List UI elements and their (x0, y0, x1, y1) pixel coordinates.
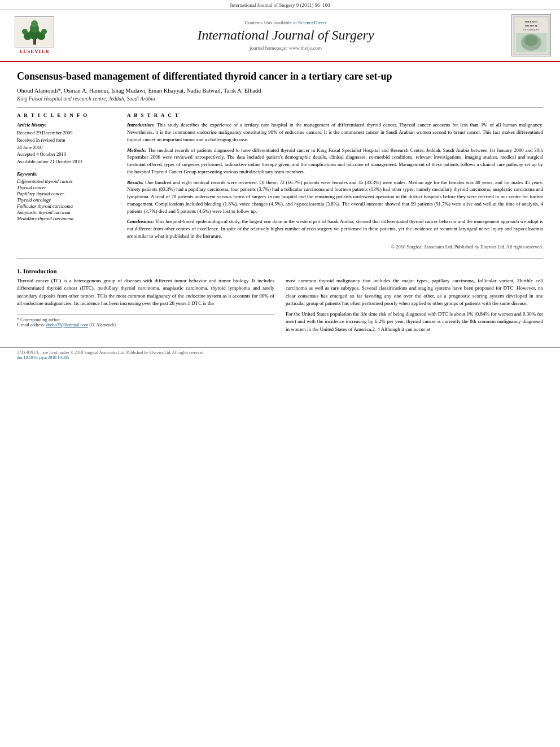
introduction-right-text: most common thyroid malignancy that incl… (286, 277, 543, 334)
available-text: Available online 21 October 2010 (17, 159, 82, 164)
elsevier-brand-text: ELSEVIER (19, 49, 50, 54)
keyword-item: Medullary thyroid carcinoma (17, 216, 116, 221)
journal-reference-text: International Journal of Surgery 9 (2011… (230, 2, 330, 8)
svg-point-6 (41, 29, 47, 34)
abstract-results-text: One hundred and eight medical records we… (127, 180, 543, 214)
abstract-methods-label: Methods: (127, 147, 146, 153)
abstract-methods-text: The medical records of patients diagnose… (127, 147, 543, 174)
journal-header: ELSEVIER Contents lists available at Sci… (0, 10, 560, 62)
abstract-text: Introduction: This study describes the e… (127, 121, 543, 250)
sciencedirect-link[interactable]: ScienceDirect (298, 20, 326, 25)
svg-point-16 (524, 35, 538, 46)
svg-text:JOURNAL: JOURNAL (524, 24, 538, 27)
introduction-columns: Thyroid cancer (TC) is a heterogonous gr… (17, 277, 543, 337)
accepted-text: Accepted 4 October 2010 (17, 151, 66, 157)
divider-bottom (17, 258, 543, 259)
bottom-bar: 1743-9191/$ – see front matter © 2010 Su… (0, 347, 560, 362)
keywords-label: Keywords: (17, 171, 116, 177)
keyword-item: Differentiated thyroid cancer (17, 178, 116, 184)
journal-reference-bar: International Journal of Surgery 9 (2011… (0, 0, 560, 10)
elsevier-logo: ELSEVIER (9, 16, 60, 54)
journal-homepage: journal homepage: www.theijs.com (60, 45, 511, 51)
abstract-intro-label: Introduction: (127, 122, 155, 128)
email-label: E-mail address: (17, 322, 45, 327)
abstract-column: A B S T R A C T Introduction: This study… (127, 112, 543, 250)
divider-top (17, 107, 543, 108)
abstract-results-paragraph: Results: One hundred and eight medical r… (127, 179, 543, 215)
sciencedirect-line: Contents lists available at ScienceDirec… (60, 20, 511, 25)
abstract-copyright: © 2010 Surgical Associates Ltd. Publishe… (127, 243, 543, 250)
keyword-item: Thyroid cancer (17, 185, 116, 190)
history-label: Article history: (17, 121, 116, 129)
abstract-conclusions-paragraph: Conclusions: This hospital-based epidemi… (127, 218, 543, 239)
email-author-name: (O. Alamoudi). (89, 322, 117, 327)
introduction-section: 1. Introduction Thyroid cancer (TC) is a… (17, 268, 543, 337)
elsevier-tree-image (15, 16, 54, 47)
article-affiliation: King Faisal Hospital and research centre… (17, 96, 543, 102)
article-title: Consensus-based management of differenti… (17, 70, 543, 83)
introduction-title: 1. Introduction (17, 268, 543, 274)
abstract-conclusions-label: Conclusions: (127, 219, 154, 224)
issn-text: 1743-9191/$ – see front matter © 2010 Su… (17, 350, 543, 355)
keywords-list: Differentiated thyroid cancer Thyroid ca… (17, 178, 116, 221)
svg-point-5 (22, 29, 28, 34)
keyword-item: Thyroid oncology (17, 197, 116, 203)
abstract-methods-paragraph: Methods: The medical records of patients… (127, 147, 543, 176)
footnote-area: * Corresponding author. E-mail address: … (17, 314, 274, 327)
svg-text:INTERNA: INTERNA (524, 20, 537, 23)
received-revised-text: Received in revised form (17, 137, 65, 143)
article-content: Consensus-based management of differenti… (0, 62, 560, 342)
article-history: Article history: Received 29 December 20… (17, 121, 116, 165)
svg-text:OF SURGERY: OF SURGERY (523, 28, 539, 31)
received1-text: Received 29 December 2009 (17, 130, 72, 136)
introduction-right: most common thyroid malignancy that incl… (286, 277, 543, 337)
abstract-results-label: Results: (127, 180, 143, 185)
email-line: E-mail address: droho25@hotmail.com (O. … (17, 322, 274, 327)
abstract-header: A B S T R A C T (127, 112, 543, 118)
abstract-intro-paragraph: Introduction: This study describes the e… (127, 121, 543, 143)
article-info-column: A R T I C L E I N F O Article history: R… (17, 112, 116, 250)
abstract-intro-text: This study describes the experience of a… (127, 122, 543, 142)
doi-text[interactable]: doi:10.1016/j.ijsu.2010.10.005 (17, 355, 543, 360)
svg-point-8 (31, 20, 38, 27)
keyword-item: Papillary thyroid cancer (17, 191, 116, 196)
keyword-item: Anaplastic thyroid carcinoa (17, 209, 116, 215)
journal-main-title: International Journal of Surgery (60, 28, 511, 43)
journal-title-area: Contents lists available at ScienceDirec… (60, 20, 511, 51)
article-info-header: A R T I C L E I N F O (17, 112, 116, 118)
info-abstract-columns: A R T I C L E I N F O Article history: R… (17, 112, 543, 250)
introduction-left-text: Thyroid cancer (TC) is a heterogonous gr… (17, 277, 274, 308)
corresponding-author: * Corresponding author. (17, 317, 274, 322)
journal-cover-image: INTERNA JOURNAL OF SURGERY (511, 14, 551, 56)
introduction-left: Thyroid cancer (TC) is a heterogonous gr… (17, 277, 274, 337)
abstract-conclusions-text: This hospital-based epidemiological stud… (127, 219, 543, 239)
keyword-item: Follicular thyroid carcinoma (17, 203, 116, 209)
email-address[interactable]: droho25@hotmail.com (46, 322, 88, 327)
article-authors: Ohoud Alamoudi*, Osman A. Hamour, Ishag … (17, 88, 543, 94)
received-revised2-text: 24 June 2010 (17, 145, 42, 150)
keywords-section: Keywords: Differentiated thyroid cancer … (17, 171, 116, 221)
